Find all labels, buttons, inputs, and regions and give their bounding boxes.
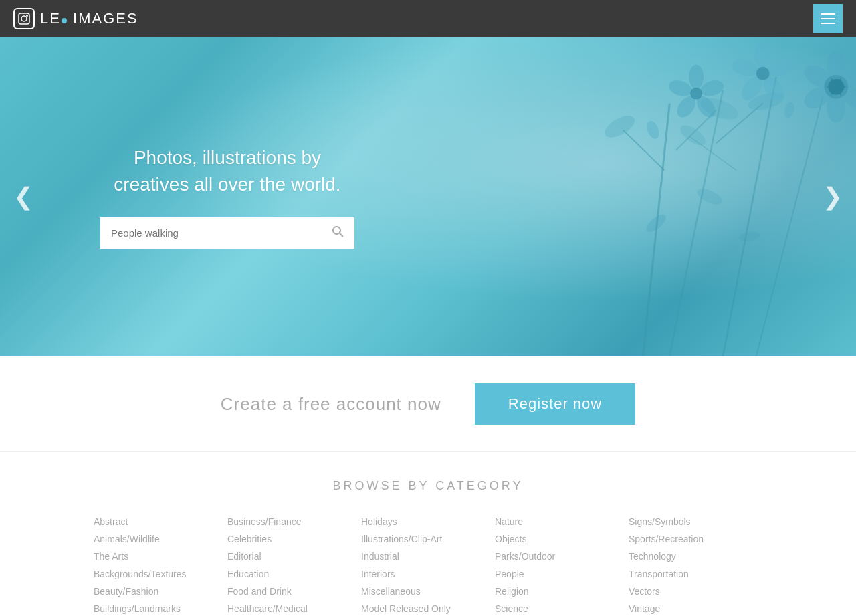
hamburger-line-2 (821, 18, 835, 19)
categories-heading: BROWSE BY CATEGORY (13, 479, 843, 493)
category-column-4: Signs/SymbolsSports/RecreationTechnology… (629, 516, 762, 614)
category-link[interactable]: Illustrations/Clip-Art (361, 534, 495, 544)
hero-title: Photos, illustrations by creatives all o… (100, 144, 354, 197)
search-icon (332, 225, 344, 237)
category-link[interactable]: Industrial (361, 551, 495, 562)
search-button[interactable] (321, 217, 354, 249)
svg-point-29 (689, 65, 704, 89)
svg-point-39 (738, 230, 761, 243)
svg-point-35 (645, 120, 661, 141)
hero-content: Photos, illustrations by creatives all o… (0, 144, 354, 248)
category-column-2: HolidaysIllustrations/Clip-ArtIndustrial… (361, 516, 495, 614)
category-link[interactable]: Technology (629, 551, 762, 562)
category-link[interactable]: Vectors (629, 586, 762, 597)
svg-point-34 (690, 88, 702, 100)
svg-rect-0 (19, 13, 29, 24)
category-link[interactable]: Sports/Recreation (629, 534, 762, 544)
category-link[interactable]: Buildings/Landmarks (94, 603, 227, 614)
category-link[interactable]: Animals/Wildlife (94, 534, 227, 544)
category-link[interactable]: Editorial (227, 551, 361, 562)
svg-point-23 (755, 41, 771, 68)
svg-point-11 (601, 112, 638, 142)
category-link[interactable]: Vintage (629, 603, 762, 614)
svg-line-6 (756, 97, 823, 356)
category-link[interactable]: Transportation (629, 569, 762, 579)
categories-grid: AbstractAnimals/WildlifeThe ArtsBackgrou… (94, 516, 762, 614)
category-link[interactable]: Business/Finance (227, 516, 361, 527)
category-link[interactable]: Miscellaneous (361, 586, 495, 597)
svg-point-40 (333, 227, 340, 234)
logo-text: LE IMAGES (40, 10, 138, 27)
logo[interactable]: LE IMAGES (13, 8, 138, 29)
category-link[interactable]: The Arts (94, 551, 227, 562)
category-column-0: AbstractAnimals/WildlifeThe ArtsBackgrou… (94, 516, 227, 614)
cta-text: Create a free account now (221, 394, 441, 415)
hero-section: ❮ Photos, illustrations by creatives all… (0, 37, 856, 356)
hamburger-line-3 (821, 23, 835, 24)
site-header: LE IMAGES (0, 0, 856, 37)
category-link[interactable]: Backgrounds/Textures (94, 569, 227, 579)
category-link[interactable]: Holidays (361, 516, 495, 527)
category-link[interactable]: Celebrities (227, 534, 361, 544)
category-link[interactable]: People (495, 569, 629, 579)
search-input[interactable] (100, 217, 321, 249)
chevron-left-icon: ❮ (13, 183, 33, 210)
category-link[interactable]: Signs/Symbols (629, 516, 762, 527)
menu-button[interactable] (813, 4, 843, 33)
svg-point-36 (783, 101, 796, 119)
hero-prev-button[interactable]: ❮ (13, 183, 33, 211)
categories-section: BROWSE BY CATEGORY AbstractAnimals/Wildl… (0, 452, 856, 616)
svg-point-2 (26, 15, 28, 17)
svg-point-22 (828, 79, 844, 95)
category-link[interactable]: Healthcare/Medical (227, 603, 361, 614)
category-link[interactable]: Objects (495, 534, 629, 544)
hero-next-button[interactable]: ❯ (823, 183, 843, 211)
cta-section: Create a free account now Register now (0, 356, 856, 452)
hamburger-line-1 (821, 13, 835, 15)
category-link[interactable]: Religion (495, 586, 629, 597)
category-link[interactable]: Education (227, 569, 361, 579)
svg-point-1 (21, 16, 27, 21)
category-link[interactable]: Abstract (94, 516, 227, 527)
category-link[interactable]: Model Released Only (361, 603, 495, 614)
search-bar (100, 217, 354, 249)
category-link[interactable]: Beauty/Fashion (94, 586, 227, 597)
category-column-3: NatureObjectsParks/OutdoorPeopleReligion… (495, 516, 629, 614)
svg-point-28 (756, 67, 770, 80)
logo-icon (13, 8, 35, 29)
category-link[interactable]: Food and Drink (227, 586, 361, 597)
category-column-1: Business/FinanceCelebritiesEditorialEduc… (227, 516, 361, 614)
category-link[interactable]: Science (495, 603, 629, 614)
category-link[interactable]: Parks/Outdoor (495, 551, 629, 562)
category-link[interactable]: Interiors (361, 569, 495, 579)
chevron-right-icon: ❯ (823, 183, 843, 210)
category-link[interactable]: Nature (495, 516, 629, 527)
svg-line-41 (340, 233, 343, 237)
register-button[interactable]: Register now (475, 383, 635, 425)
